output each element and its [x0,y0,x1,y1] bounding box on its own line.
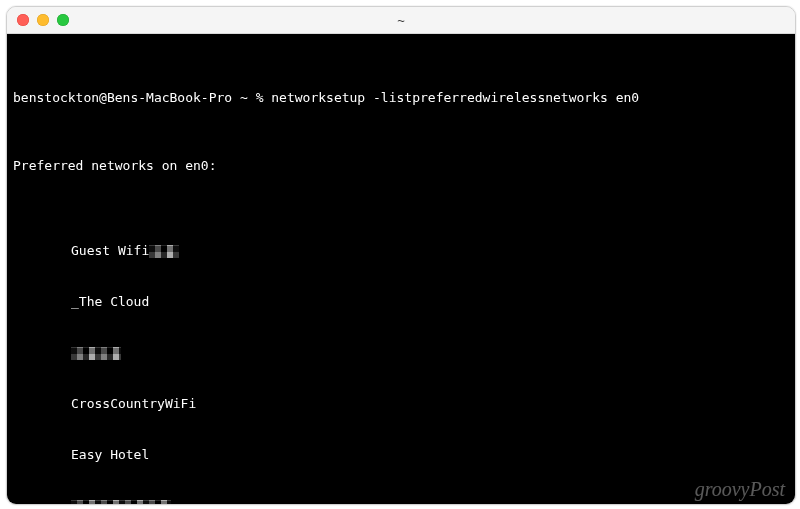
list-item: CrossCountryWiFi [13,395,789,412]
window-title: ~ [7,13,795,28]
list-item: _The Cloud [13,293,789,310]
censored-text [71,500,171,504]
window-controls [17,14,69,26]
network-name: Guest Wifi [71,242,149,259]
close-icon[interactable] [17,14,29,26]
network-name: CrossCountryWiFi [71,395,196,412]
censored-text [149,245,179,258]
terminal-window: ~ benstockton@Bens-MacBook-Pro ~ % netwo… [6,6,796,505]
censored-text [71,347,121,360]
output-header: Preferred networks on en0: [13,157,789,174]
list-item: Guest Wifi [13,242,789,259]
titlebar: ~ [7,7,795,34]
zoom-icon[interactable] [57,14,69,26]
prompt: benstockton@Bens-MacBook-Pro ~ % [13,89,263,106]
network-name: _The Cloud [71,293,149,310]
command-text: networksetup -listpreferredwirelessnetwo… [271,89,639,106]
list-item: Easy Hotel [13,446,789,463]
list-item [13,344,789,361]
list-item [13,497,789,504]
watermark: groovyPost [695,481,785,498]
minimize-icon[interactable] [37,14,49,26]
prompt-line: benstockton@Bens-MacBook-Pro ~ % network… [13,89,789,106]
network-name: Easy Hotel [71,446,149,463]
terminal-content[interactable]: benstockton@Bens-MacBook-Pro ~ % network… [7,34,795,504]
